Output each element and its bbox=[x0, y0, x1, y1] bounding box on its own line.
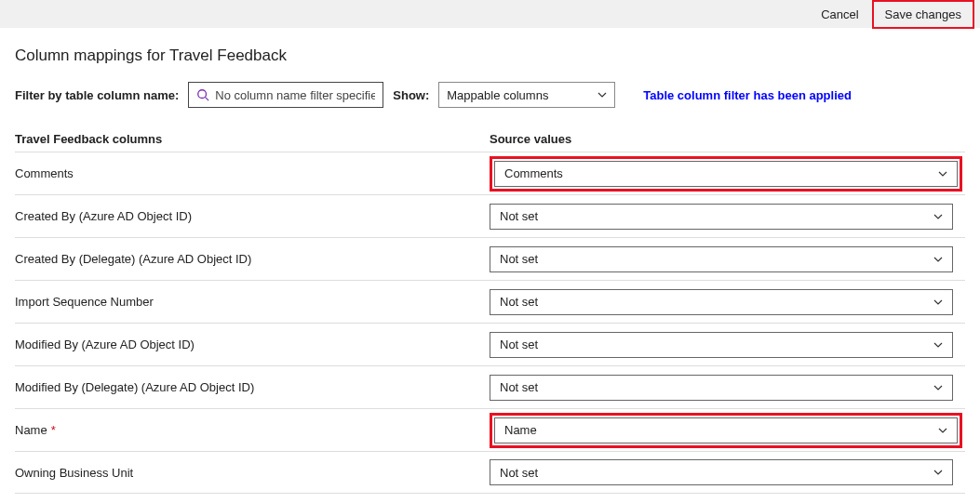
show-select[interactable]: Mappable columns bbox=[438, 82, 615, 108]
column-name-label: Owning Business Unit bbox=[15, 466, 133, 480]
highlight-box: Comments bbox=[490, 156, 962, 192]
svg-point-0 bbox=[198, 90, 207, 99]
chevron-down-icon bbox=[933, 383, 943, 392]
svg-line-1 bbox=[206, 98, 209, 101]
table-row: Modified By (Delegate) (Azure AD Object … bbox=[15, 365, 965, 408]
grid-header-left: Travel Feedback columns bbox=[15, 132, 490, 146]
show-select-value: Mappable columns bbox=[447, 88, 548, 102]
column-name-cell: Import Sequence Number bbox=[15, 295, 490, 309]
source-value-text: Name bbox=[504, 423, 537, 437]
source-value-text: Not set bbox=[500, 380, 538, 394]
cancel-button[interactable]: Cancel bbox=[813, 4, 866, 25]
page-title: Column mappings for Travel Feedback bbox=[15, 46, 965, 65]
source-value-cell: Not set bbox=[490, 289, 965, 315]
source-value-cell: Not set bbox=[490, 332, 965, 358]
topbar: Cancel Save changes bbox=[0, 0, 980, 28]
source-value-cell: Not set bbox=[490, 204, 965, 230]
chevron-down-icon bbox=[938, 426, 947, 435]
source-value-text: Comments bbox=[504, 166, 563, 180]
table-row: Owning Business UnitNot set bbox=[15, 451, 965, 494]
column-name-label: Created By (Azure AD Object ID) bbox=[15, 209, 192, 223]
chevron-down-icon bbox=[933, 468, 943, 477]
chevron-down-icon bbox=[933, 298, 943, 307]
save-changes-button[interactable]: Save changes bbox=[878, 4, 969, 25]
source-value-text: Not set bbox=[500, 338, 538, 351]
filter-input[interactable] bbox=[215, 88, 375, 102]
chevron-down-icon bbox=[933, 255, 943, 264]
column-name-cell: Comments bbox=[15, 166, 490, 180]
source-value-select[interactable]: Not set bbox=[490, 246, 953, 272]
column-name-label: Modified By (Azure AD Object ID) bbox=[15, 338, 195, 351]
source-value-select[interactable]: Name bbox=[494, 417, 958, 443]
column-name-cell: Created By (Delegate) (Azure AD Object I… bbox=[15, 252, 490, 266]
show-label: Show: bbox=[393, 88, 429, 102]
column-name-label: Comments bbox=[15, 166, 74, 180]
table-row: Modified By (Azure AD Object ID)Not set bbox=[15, 323, 965, 365]
column-name-cell: Name* bbox=[15, 423, 490, 437]
table-row: Created By (Azure AD Object ID)Not set bbox=[15, 194, 965, 237]
source-value-cell: Not set bbox=[490, 375, 965, 401]
source-value-cell: Not set bbox=[490, 246, 965, 272]
column-name-label: Created By (Delegate) (Azure AD Object I… bbox=[15, 252, 251, 266]
grid-rows: CommentsCommentsCreated By (Azure AD Obj… bbox=[15, 152, 965, 494]
column-name-label: Modified By (Delegate) (Azure AD Object … bbox=[15, 380, 254, 394]
chevron-down-icon bbox=[933, 340, 943, 350]
source-value-select[interactable]: Not set bbox=[490, 204, 953, 230]
required-indicator: * bbox=[51, 423, 56, 437]
source-value-select[interactable]: Not set bbox=[490, 289, 953, 315]
table-row: Import Sequence NumberNot set bbox=[15, 280, 965, 323]
source-value-text: Not set bbox=[500, 466, 538, 480]
highlight-save: Save changes bbox=[872, 0, 974, 29]
chevron-down-icon bbox=[597, 90, 607, 99]
source-value-select[interactable]: Not set bbox=[490, 459, 953, 485]
filter-input-wrap[interactable] bbox=[188, 82, 383, 108]
highlight-box: Name bbox=[490, 413, 962, 448]
column-name-cell: Owning Business Unit bbox=[15, 466, 490, 480]
grid-header: Travel Feedback columns Source values bbox=[15, 126, 965, 152]
filter-applied-msg: Table column filter has been applied bbox=[643, 88, 852, 102]
filter-row: Filter by table column name: Show: Mappa… bbox=[15, 82, 965, 108]
source-value-text: Not set bbox=[500, 209, 538, 223]
chevron-down-icon bbox=[938, 169, 947, 179]
chevron-down-icon bbox=[933, 212, 943, 221]
source-value-select[interactable]: Comments bbox=[494, 161, 958, 187]
table-row: CommentsComments bbox=[15, 152, 965, 194]
column-name-cell: Modified By (Delegate) (Azure AD Object … bbox=[15, 380, 490, 394]
page-body: Column mappings for Travel Feedback Filt… bbox=[0, 28, 980, 503]
source-value-text: Not set bbox=[500, 252, 538, 266]
source-value-cell: Not set bbox=[490, 459, 965, 485]
column-name-label: Name bbox=[15, 423, 47, 437]
grid-header-right: Source values bbox=[490, 132, 965, 146]
column-name-cell: Modified By (Azure AD Object ID) bbox=[15, 338, 490, 351]
column-name-cell: Created By (Azure AD Object ID) bbox=[15, 209, 490, 223]
table-row: Created By (Delegate) (Azure AD Object I… bbox=[15, 237, 965, 280]
column-name-label: Import Sequence Number bbox=[15, 295, 154, 309]
source-value-cell: Name bbox=[490, 413, 965, 448]
table-row: Name*Name bbox=[15, 408, 965, 451]
source-value-text: Not set bbox=[500, 295, 538, 309]
source-value-select[interactable]: Not set bbox=[490, 375, 953, 401]
filter-label: Filter by table column name: bbox=[15, 88, 179, 102]
source-value-cell: Comments bbox=[490, 156, 965, 192]
source-value-select[interactable]: Not set bbox=[490, 332, 953, 358]
search-icon bbox=[196, 88, 209, 101]
